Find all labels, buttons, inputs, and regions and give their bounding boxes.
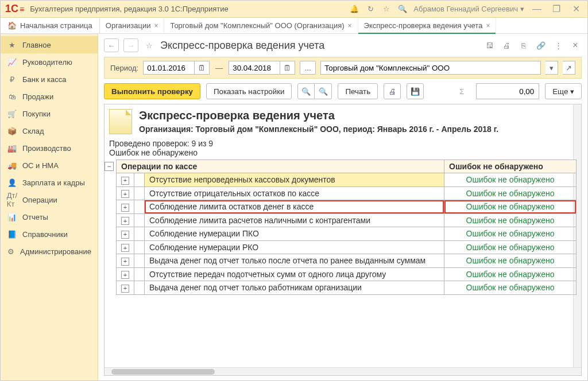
page-header: ← → ☆ Экспресс-проверка ведения учета 🖫 … (98, 34, 587, 55)
operation-cell: Отсутствие непроведенных кассовых докуме… (145, 173, 444, 187)
status-cell: Ошибок не обнаружено (444, 227, 577, 241)
search-icon[interactable]: 🔍 (397, 4, 408, 14)
nav-icon: 📊 (7, 212, 17, 221)
table-row[interactable]: +Отсутствие передач подотчетных сумм от … (117, 267, 577, 281)
period-label: Период: (110, 64, 138, 72)
table-row[interactable]: +Соблюдение нумерации ПКООшибок не обнар… (117, 227, 577, 241)
user-name[interactable]: Абрамов Геннадий Сергеевич ▾ (413, 5, 524, 13)
print-button[interactable]: Печать (338, 83, 378, 99)
star-icon[interactable]: ☆ (381, 4, 392, 14)
sidebar-item-6[interactable]: 🏭Производство (1, 139, 98, 157)
table-row[interactable]: +Соблюдение лимита расчетов наличными с … (117, 213, 577, 227)
page-close-button[interactable]: × (569, 39, 582, 52)
sidebar-item-5[interactable]: 📦Склад (1, 122, 98, 139)
nav-label: Главное (22, 41, 51, 49)
operation-cell: Соблюдение нумерации ПКО (145, 227, 444, 241)
report-title: Экспресс-проверка ведения учета (139, 109, 498, 122)
run-check-button[interactable]: Выполнить проверку (104, 83, 200, 99)
table-row[interactable]: +Соблюдение лимита остатков денег в касс… (117, 200, 577, 214)
calendar-icon[interactable]: 🗓 (195, 61, 210, 75)
more-button[interactable]: Еще ▾ (545, 83, 582, 99)
tab-organizations[interactable]: Организации × (100, 18, 165, 33)
tabs-row: 🏠 Начальная страница Организации × Торго… (1, 18, 587, 34)
nav-back-button[interactable]: ← (104, 38, 119, 52)
sidebar-item-1[interactable]: 📈Руководителю (1, 53, 98, 71)
nav-forward-button[interactable]: → (123, 38, 138, 52)
expand-toggle[interactable]: + (121, 285, 129, 293)
window-restore[interactable]: ❐ (550, 3, 563, 14)
nav-label: ОС и НМА (22, 161, 59, 170)
organization-input[interactable] (320, 61, 541, 75)
report-table: Операции по кассе Ошибок не обнаружено +… (116, 160, 577, 295)
nav-label: Производство (22, 144, 71, 153)
dash: — (214, 64, 224, 72)
zoom-out-button[interactable]: 🔍 (315, 83, 332, 99)
period-from-input[interactable] (143, 61, 195, 75)
sidebar-item-8[interactable]: 👤Зарплата и кадры (1, 174, 98, 191)
print-preview-button[interactable]: 🖨 (384, 83, 401, 99)
tab-express-check[interactable]: Экспресс-проверка ведения учета × (358, 18, 497, 33)
sidebar-item-2[interactable]: ₽Банк и касса (1, 71, 98, 88)
tab-org-card[interactable]: Торговый дом "Комплексный" ООО (Организа… (164, 18, 358, 33)
nav-icon: 📦 (7, 126, 17, 135)
tab-home[interactable]: 🏠 Начальная страница (1, 18, 100, 33)
window-close[interactable]: ✕ (569, 3, 583, 14)
period-to-input[interactable] (229, 61, 280, 75)
window-minimize[interactable]: — (530, 4, 544, 14)
sidebar-item-9[interactable]: Дт/КтОперации (1, 191, 98, 208)
favorite-icon[interactable]: ☆ (143, 39, 156, 52)
sidebar-item-7[interactable]: 🚚ОС и НМА (1, 157, 98, 174)
kebab-icon[interactable]: ⋮ (552, 39, 564, 52)
sidebar-item-4[interactable]: 🛒Покупки (1, 105, 98, 122)
tab-label: Организации (106, 21, 151, 30)
bell-icon[interactable]: 🔔 (349, 4, 359, 14)
expand-toggle[interactable]: + (121, 258, 129, 266)
save-icon[interactable]: 🖫 (483, 39, 496, 52)
zoom-in-button[interactable]: 🔍 (297, 83, 315, 99)
link-icon[interactable]: 🔗 (535, 39, 547, 52)
expand-toggle[interactable]: + (121, 204, 129, 212)
history-icon[interactable]: ↻ (365, 4, 376, 14)
dropdown-icon[interactable]: ▾ (546, 61, 558, 75)
table-row[interactable]: +Выдача денег под отчет только после отч… (117, 254, 577, 268)
expand-toggle[interactable]: + (121, 217, 129, 225)
open-org-icon[interactable]: ↗ (563, 61, 575, 75)
nav-label: Руководителю (22, 58, 72, 67)
table-row[interactable]: +Отсутствие непроведенных кассовых докум… (117, 173, 577, 187)
nav-icon: ₽ (7, 75, 17, 84)
sidebar-item-3[interactable]: 🛍Продажи (1, 88, 98, 105)
expand-toggle[interactable]: + (121, 190, 129, 198)
close-icon[interactable]: × (486, 22, 490, 30)
expand-toggle[interactable]: + (121, 231, 129, 239)
nav-label: Отчеты (22, 213, 48, 221)
sidebar-item-12[interactable]: ⚙Администрирование (1, 243, 98, 260)
expand-toggle[interactable]: + (121, 271, 129, 279)
section-collapse-toggle[interactable]: − (105, 162, 114, 171)
export-icon[interactable]: ⎘ (517, 39, 530, 52)
expand-toggle[interactable]: + (121, 177, 129, 185)
sidebar-item-0[interactable]: ★Главное (1, 36, 98, 53)
nav-label: Покупки (22, 110, 51, 118)
close-icon[interactable]: × (154, 22, 158, 30)
operation-cell: Соблюдение лимита расчетов наличными с к… (145, 213, 444, 227)
sum-input[interactable] (476, 83, 539, 99)
close-icon[interactable]: × (348, 22, 352, 30)
table-row[interactable]: +Отсутствие отрицательных остатков по ка… (117, 186, 577, 200)
show-settings-button[interactable]: Показать настройки (206, 83, 292, 99)
save-report-button[interactable]: 💾 (407, 83, 424, 99)
sidebar-item-10[interactable]: 📊Отчеты (1, 208, 98, 226)
table-row[interactable]: +Выдача денег под отчет только работника… (117, 281, 577, 295)
toolbar: Выполнить проверку Показать настройки 🔍 … (98, 79, 587, 104)
calendar-icon[interactable]: 🗓 (280, 61, 295, 75)
page-title: Экспресс-проверка ведения учета (160, 40, 324, 52)
sidebar-item-11[interactable]: 📘Справочники (1, 226, 98, 243)
nav-icon: 🏭 (7, 143, 17, 153)
main-area: ← → ☆ Экспресс-проверка ведения учета 🖫 … (98, 34, 587, 380)
print-icon[interactable]: 🖨 (500, 39, 513, 52)
table-row[interactable]: +Соблюдение нумерации РКООшибок не обнар… (117, 240, 577, 254)
nav-icon: 🚚 (7, 161, 17, 170)
expand-toggle[interactable]: + (121, 244, 129, 252)
horizontal-scrollbar[interactable] (105, 367, 581, 375)
report-subtitle: Организация: Торговый дом "Комплексный" … (139, 125, 498, 134)
period-picker-button[interactable]: ... (300, 61, 316, 75)
